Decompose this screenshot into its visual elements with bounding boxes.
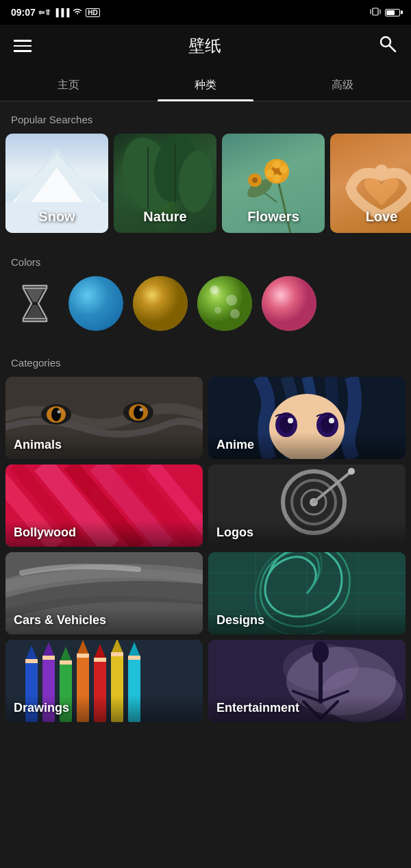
category-bollywood[interactable]: Bollywood (5, 464, 203, 547)
vibrate-icon (370, 6, 381, 19)
menu-button[interactable] (14, 40, 32, 52)
svg-point-21 (273, 160, 281, 169)
popular-card-love[interactable]: Love (330, 134, 411, 233)
svg-point-38 (58, 410, 61, 414)
svg-point-19 (266, 169, 274, 177)
color-filter-gold[interactable] (133, 276, 188, 331)
category-cars[interactable]: Cars & Vehicles (5, 552, 203, 634)
popular-searches-scroll[interactable]: Snow Nature (0, 134, 411, 244)
svg-point-37 (51, 408, 61, 421)
hd-badge: HD (86, 8, 99, 17)
popular-card-label-nature: Nature (114, 209, 216, 225)
status-right (370, 6, 400, 19)
svg-point-33 (262, 276, 316, 331)
svg-point-58 (348, 468, 355, 475)
status-bar: 09:07 ⥢⥣ ▐▐▐ HD (0, 0, 411, 25)
svg-rect-70 (25, 659, 38, 663)
category-drawings[interactable]: Drawings (5, 640, 203, 722)
status-left: 09:07 ⥢⥣ ▐▐▐ HD (11, 7, 100, 18)
svg-point-31 (214, 307, 221, 314)
popular-searches-title: Popular Searches (0, 101, 411, 134)
category-label-logos: Logos (208, 520, 406, 547)
category-label-cars: Cars & Vehicles (5, 608, 203, 634)
svg-rect-0 (373, 8, 378, 15)
tab-advanced[interactable]: 高级 (274, 67, 411, 101)
svg-rect-79 (77, 654, 89, 658)
svg-point-94 (312, 641, 329, 663)
svg-rect-82 (94, 658, 106, 662)
colors-row (11, 276, 400, 334)
tab-categories[interactable]: 种类 (137, 67, 274, 101)
svg-point-20 (279, 165, 288, 173)
popular-card-label-snow: Snow (5, 209, 108, 225)
battery-icon (385, 9, 400, 16)
app-header: 壁纸 (0, 25, 411, 67)
svg-point-42 (140, 408, 143, 412)
category-label-anime: Anime (208, 432, 406, 459)
popular-card-label-flowers: Flowers (222, 209, 325, 225)
search-button[interactable] (378, 34, 397, 58)
tab-bar: 主页 种类 高级 (0, 67, 411, 101)
color-filter-blue[interactable] (68, 276, 123, 331)
categories-title: Categories (0, 345, 411, 377)
category-animals[interactable]: Animals (5, 377, 203, 459)
svg-rect-73 (42, 656, 55, 660)
color-filter-green[interactable] (197, 276, 252, 331)
category-label-designs: Designs (208, 608, 406, 634)
svg-point-32 (230, 309, 240, 319)
svg-rect-85 (111, 652, 123, 656)
category-designs[interactable]: Designs (208, 552, 406, 634)
svg-point-47 (288, 418, 293, 423)
svg-point-29 (210, 286, 219, 294)
category-label-animals: Animals (5, 432, 203, 459)
svg-point-41 (134, 406, 143, 419)
svg-point-30 (226, 295, 237, 306)
category-label-entertainment: Entertainment (208, 695, 406, 722)
svg-point-28 (197, 276, 252, 331)
categories-section: Categories Animals (0, 345, 411, 728)
popular-card-label-love: Love (330, 209, 411, 225)
category-entertainment[interactable]: Entertainment (208, 640, 406, 722)
popular-card-nature[interactable]: Nature (114, 134, 216, 233)
svg-line-4 (390, 46, 396, 52)
svg-point-24 (252, 177, 258, 183)
colors-section: Colors (0, 244, 411, 345)
app-title: 壁纸 (188, 35, 221, 57)
categories-grid: Animals (0, 377, 411, 728)
popular-searches-section: Popular Searches Snow (0, 101, 411, 244)
wifi-icon (72, 7, 83, 18)
svg-rect-76 (60, 660, 72, 665)
category-label-bollywood: Bollywood (5, 520, 203, 547)
category-anime[interactable]: Anime (208, 377, 406, 459)
network-bars: ▐▐▐ (53, 8, 69, 16)
colors-title: Colors (0, 244, 411, 276)
time: 09:07 (11, 7, 36, 18)
category-label-drawings: Drawings (5, 695, 203, 722)
svg-point-27 (133, 276, 188, 331)
tab-home[interactable]: 主页 (0, 67, 137, 101)
popular-card-flowers[interactable]: Flowers (222, 134, 325, 233)
svg-point-22 (273, 174, 281, 182)
svg-point-50 (329, 418, 334, 423)
category-logos[interactable]: Logos (208, 464, 406, 547)
network-icon: ⥢⥣ (38, 8, 51, 17)
popular-card-snow[interactable]: Snow (5, 134, 108, 233)
svg-rect-88 (128, 656, 140, 660)
color-filter-pink[interactable] (262, 276, 316, 331)
color-filter-all[interactable] (11, 280, 59, 327)
